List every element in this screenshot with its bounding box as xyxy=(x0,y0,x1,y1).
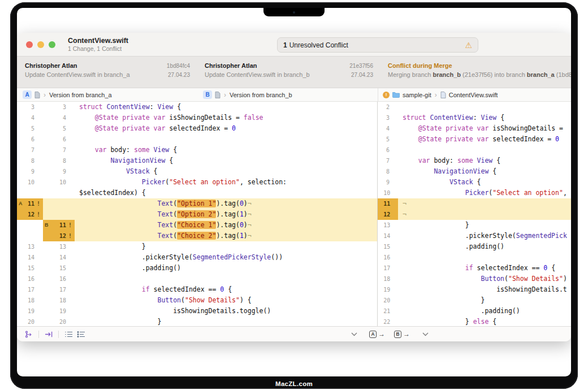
editor-pane-result[interactable]: 23struct ContentView: View {4 @State pri… xyxy=(378,102,571,326)
editor-pane-merged[interactable]: 33struct ContentView: View {44 @State pr… xyxy=(17,102,378,326)
view-options-icon[interactable] xyxy=(75,329,87,339)
code-line[interactable]: 9 VStack { xyxy=(378,177,571,188)
conflict-code-line[interactable]: B11! Text("Choice 1").tag(0)¬ xyxy=(17,220,377,231)
gutter-cell xyxy=(17,231,43,241)
breadcrumb-result[interactable]: ! sample-git › ContentView.swift xyxy=(378,88,571,101)
code-line[interactable]: 88 NavigationView { xyxy=(17,155,377,166)
code-line[interactable]: 10 Picker("Select an option", xyxy=(378,188,571,198)
merged-code: 33struct ContentView: View {44 @State pr… xyxy=(17,102,377,326)
code-line[interactable]: 77 var body: some View { xyxy=(17,145,377,155)
code-line[interactable]: 15 .padding() xyxy=(378,241,571,252)
merge-icon[interactable] xyxy=(23,329,35,339)
code-line-text: isShowingDetails.t xyxy=(398,284,567,295)
gutter-cell: 5 xyxy=(378,134,398,145)
code-line[interactable]: 1515 .padding() xyxy=(17,263,377,274)
toolbar-merge-actions: A → B → xyxy=(348,329,431,339)
version-a-label: Version from branch_a xyxy=(49,92,112,98)
code-line[interactable]: 3struct ContentView: View { xyxy=(378,112,571,123)
gutter-cell: 2 xyxy=(378,102,398,112)
conflict-code-line[interactable]: 12¬ xyxy=(378,209,571,220)
camera-notch xyxy=(263,8,325,16)
code-line[interactable]: 6 xyxy=(378,145,571,155)
gutter-cell: 21 xyxy=(378,306,398,317)
code-line[interactable]: 1414 .pickerStyle(SegmentedPickerStyle()… xyxy=(17,252,377,263)
gutter-cell: 10 xyxy=(17,177,43,188)
commit-a-date: 27.04.23 xyxy=(168,72,190,78)
code-line[interactable]: 8 NavigationView { xyxy=(378,166,571,177)
code-line[interactable]: 14 .pickerStyle(SegmentedPick xyxy=(378,231,571,241)
branch-a-name: branch_a xyxy=(527,71,555,78)
code-line[interactable]: 2020 } xyxy=(17,317,377,326)
take-version-a-button[interactable]: A → xyxy=(369,331,385,338)
commit-a[interactable]: Christopher Atlan 1bd84fc4 Update Conten… xyxy=(25,62,190,88)
conflict-code-line[interactable]: 12! Text("Option 2").tag(1)¬ xyxy=(17,209,377,220)
breadcrumb-version-b[interactable]: B › Version from branch_b xyxy=(197,88,378,101)
code-line[interactable]: 1919 isShowingDetails.toggle() xyxy=(17,306,377,317)
code-line-text: var body: some View { xyxy=(75,145,177,155)
take-version-b-button[interactable]: B → xyxy=(394,331,410,338)
zoom-window-button[interactable] xyxy=(49,41,55,48)
code-line-text: isShowingDetails.toggle() xyxy=(75,306,271,317)
chevron-down-icon[interactable] xyxy=(348,329,360,339)
folder-icon xyxy=(392,92,400,98)
conflict-gutter-cell: 12! xyxy=(43,231,75,241)
result-file-label: ContentView.swift xyxy=(449,92,498,98)
version-a-badge: A xyxy=(23,90,32,99)
gutter-cell: 3 xyxy=(378,112,398,123)
next-conflict-icon[interactable] xyxy=(42,329,55,339)
conflict-code-line[interactable]: 12! Text("Choice 2").tag(1)¬ xyxy=(17,231,377,241)
code-line[interactable]: 18 Button("Show Details") xyxy=(378,274,571,284)
toolbar-left-group xyxy=(23,329,87,339)
gutter-cell: 4 xyxy=(43,112,75,123)
code-line[interactable]: 1616 xyxy=(17,274,377,284)
code-line[interactable]: 7 var body: some View { xyxy=(378,155,571,166)
conflict-code-line[interactable]: 11¬ xyxy=(378,198,571,209)
conflict-gutter-cell: 11 xyxy=(378,198,398,209)
code-line[interactable]: 4 @State private var isShowingDetails = xyxy=(378,123,571,134)
code-line[interactable]: 55 @State private var selectedIndex = 0 xyxy=(17,123,377,134)
code-line[interactable]: 2 xyxy=(378,102,571,112)
code-line[interactable]: 22 } else { xyxy=(378,317,571,326)
minimize-window-button[interactable] xyxy=(37,41,44,48)
gutter-cell: 7 xyxy=(378,155,398,166)
code-line[interactable]: 1717 if selectedIndex == 0 { xyxy=(17,284,377,295)
commit-b[interactable]: Christopher Atlan 21e37f56 Update Conten… xyxy=(205,62,373,88)
chevron-down-icon[interactable] xyxy=(419,329,431,339)
gutter-cell: 13 xyxy=(17,241,43,252)
conflict-label: Unresolved Conflict xyxy=(289,41,348,49)
code-line-text: .padding() xyxy=(398,306,520,317)
gutter-cell: 3 xyxy=(43,102,75,112)
code-line-text: .pickerStyle(SegmentedPick xyxy=(398,231,567,241)
code-line-text xyxy=(398,252,403,263)
code-line-text: @State private var isShowingDetails = fa… xyxy=(75,112,263,123)
gutter-cell: 18 xyxy=(378,274,398,284)
code-line[interactable]: 20 } xyxy=(378,295,571,306)
code-line[interactable]: 33struct ContentView: View { xyxy=(17,102,377,112)
code-line-text: Text("Choice 1").tag(0)¬ xyxy=(75,220,252,231)
code-line[interactable]: 16 xyxy=(378,252,571,263)
code-line[interactable]: 99 VStack { xyxy=(17,166,377,177)
close-window-button[interactable] xyxy=(26,41,33,48)
gutter-cell: 18 xyxy=(17,295,43,306)
gutter-cell: 14 xyxy=(43,252,75,263)
code-line[interactable]: $selectedIndex) { xyxy=(17,188,377,198)
code-line[interactable]: 1010 Picker("Select an option", selectio… xyxy=(17,177,377,188)
line-numbers-icon[interactable] xyxy=(62,329,75,339)
code-line[interactable]: 13 } xyxy=(378,220,571,231)
gutter-cell: 6 xyxy=(43,134,75,145)
code-line-text: Text("Option 1").tag(0)¬ xyxy=(75,198,252,209)
code-line-text xyxy=(398,145,403,155)
code-line[interactable]: 21 .padding() xyxy=(378,306,571,317)
code-line[interactable]: 19 isShowingDetails.t xyxy=(378,284,571,295)
conflict-code-line[interactable]: A11! Text("Option 1").tag(0)¬ xyxy=(17,198,377,209)
code-line-text: Button("Show Details") { xyxy=(75,295,252,306)
code-line[interactable]: 44 @State private var isShowingDetails =… xyxy=(17,112,377,123)
code-line[interactable]: 17 if selectedIndex == 0 { xyxy=(378,263,571,274)
code-line[interactable]: 5 @State private var selectedIndex = 0 xyxy=(378,134,571,145)
code-line[interactable]: 1818 Button("Show Details") { xyxy=(17,295,377,306)
code-line[interactable]: 1313 } xyxy=(17,241,377,252)
code-line[interactable]: 66 xyxy=(17,134,377,145)
conflict-gutter-cell: 12! xyxy=(17,209,43,220)
breadcrumb-version-a[interactable]: A › Version from branch_a xyxy=(17,88,197,101)
file-icon xyxy=(440,92,446,98)
